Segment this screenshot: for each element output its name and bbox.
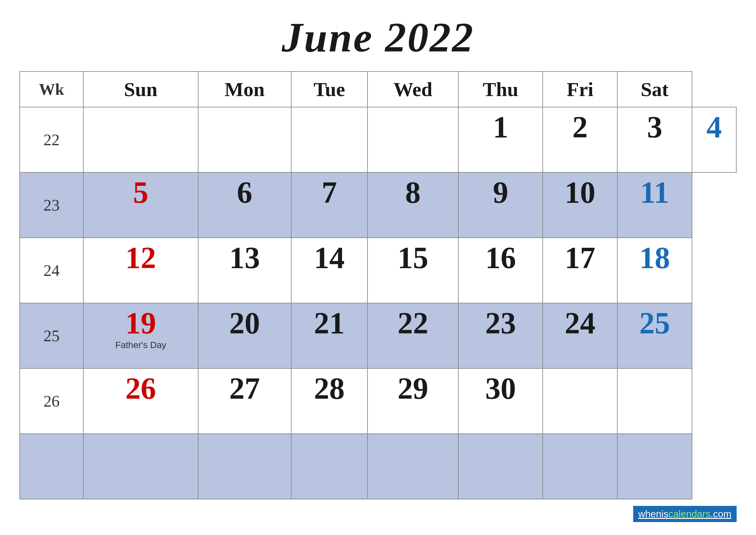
wed-header: Wed — [367, 71, 458, 107]
day-cell-25-5: 24 — [543, 303, 617, 368]
day-number-12: 12 — [87, 242, 195, 273]
day-cell-26-0: 26 — [83, 368, 198, 434]
day-number-6: 6 — [202, 177, 288, 208]
empty-row — [20, 434, 736, 499]
day-cell-22-5: 2 — [543, 107, 617, 172]
empty-cell-3 — [291, 434, 367, 499]
sun-header: Sun — [83, 71, 198, 107]
page-title: June 2022 — [282, 13, 474, 62]
day-number-11: 11 — [621, 177, 688, 208]
day-cell-22-1 — [198, 107, 291, 172]
day-cell-24-5: 17 — [543, 238, 617, 303]
wk-number-26: 26 — [20, 368, 83, 434]
day-cell-26-1: 27 — [198, 368, 291, 434]
day-number-29: 29 — [371, 373, 455, 404]
footer: wheniscalendars.com — [19, 499, 737, 522]
day-number-24: 24 — [546, 308, 614, 339]
day-number-3: 3 — [621, 112, 688, 143]
day-number-4: 4 — [695, 112, 733, 143]
day-cell-23-6: 11 — [617, 172, 692, 238]
day-cell-25-3: 22 — [367, 303, 458, 368]
calendar-wrapper: Wk Sun Mon Tue Wed Thu Fri Sat 221234235… — [19, 71, 737, 499]
day-number-10: 10 — [546, 177, 614, 208]
empty-cell-0 — [20, 434, 83, 499]
day-cell-22-2 — [291, 107, 367, 172]
day-number-7: 7 — [295, 177, 364, 208]
day-number-14: 14 — [295, 242, 364, 273]
day-cell-26-5 — [543, 368, 617, 434]
empty-cell-4 — [367, 434, 458, 499]
day-number-2: 2 — [546, 112, 614, 143]
day-cell-22-0 — [83, 107, 198, 172]
day-cell-23-0: 5 — [83, 172, 198, 238]
day-number-1: 1 — [462, 112, 539, 143]
calendar-week-row-4: 2519Father's Day202122232425 — [20, 303, 736, 368]
sat-header: Sat — [617, 71, 692, 107]
footer-when: whenis — [638, 508, 668, 519]
day-number-23: 23 — [462, 308, 539, 339]
day-cell-23-4: 9 — [458, 172, 543, 238]
empty-cell-2 — [198, 434, 291, 499]
empty-cell-1 — [83, 434, 198, 499]
day-cell-26-2: 28 — [291, 368, 367, 434]
day-cell-24-3: 15 — [367, 238, 458, 303]
day-number-25: 25 — [621, 308, 688, 339]
day-cell-22-3 — [367, 107, 458, 172]
day-cell-25-6: 25 — [617, 303, 692, 368]
day-cell-25-2: 21 — [291, 303, 367, 368]
thu-header: Thu — [458, 71, 543, 107]
day-cell-26-3: 29 — [367, 368, 458, 434]
mon-header: Mon — [198, 71, 291, 107]
footer-calendars: calendars — [668, 508, 711, 519]
wk-number-22: 22 — [20, 107, 83, 172]
day-number-17: 17 — [546, 242, 614, 273]
day-cell-26-6 — [617, 368, 692, 434]
day-cell-24-1: 13 — [198, 238, 291, 303]
empty-cell-5 — [458, 434, 543, 499]
calendar-table: Wk Sun Mon Tue Wed Thu Fri Sat 221234235… — [19, 71, 737, 499]
day-cell-22-7: 4 — [692, 107, 736, 172]
wk-header: Wk — [20, 71, 83, 107]
empty-cell-6 — [543, 434, 617, 499]
fri-header: Fri — [543, 71, 617, 107]
day-number-9: 9 — [462, 177, 539, 208]
wk-number-25: 25 — [20, 303, 83, 368]
calendar-week-row-5: 262627282930 — [20, 368, 736, 434]
day-number-20: 20 — [202, 308, 288, 339]
website-link[interactable]: wheniscalendars.com — [633, 506, 737, 522]
day-number-26: 26 — [87, 373, 195, 404]
wk-number-23: 23 — [20, 172, 83, 238]
day-cell-22-6: 3 — [617, 107, 692, 172]
day-cell-26-4: 30 — [458, 368, 543, 434]
day-number-21: 21 — [295, 308, 364, 339]
day-number-27: 27 — [202, 373, 288, 404]
day-cell-23-5: 10 — [543, 172, 617, 238]
wk-number-24: 24 — [20, 238, 83, 303]
day-cell-25-4: 23 — [458, 303, 543, 368]
tue-header: Tue — [291, 71, 367, 107]
day-number-16: 16 — [462, 242, 539, 273]
calendar-week-row-1: 221234 — [20, 107, 736, 172]
day-cell-25-0: 19Father's Day — [83, 303, 198, 368]
day-cell-24-4: 16 — [458, 238, 543, 303]
day-cell-24-0: 12 — [83, 238, 198, 303]
day-number-22: 22 — [371, 308, 455, 339]
calendar-header-row: Wk Sun Mon Tue Wed Thu Fri Sat — [20, 71, 736, 107]
day-number-30: 30 — [462, 373, 539, 404]
day-number-15: 15 — [371, 242, 455, 273]
calendar-week-row-3: 2412131415161718 — [20, 238, 736, 303]
fathers-day-label: Father's Day — [87, 340, 195, 350]
footer-dotcom: .com — [711, 508, 731, 519]
day-number-28: 28 — [295, 373, 364, 404]
day-cell-24-6: 18 — [617, 238, 692, 303]
day-number-18: 18 — [621, 242, 688, 273]
day-cell-22-4: 1 — [458, 107, 543, 172]
day-number-13: 13 — [202, 242, 288, 273]
day-number-8: 8 — [371, 177, 455, 208]
day-cell-24-2: 14 — [291, 238, 367, 303]
empty-cell-7 — [617, 434, 692, 499]
calendar-week-row-2: 23567891011 — [20, 172, 736, 238]
day-cell-23-2: 7 — [291, 172, 367, 238]
day-cell-23-1: 6 — [198, 172, 291, 238]
day-cell-25-1: 20 — [198, 303, 291, 368]
